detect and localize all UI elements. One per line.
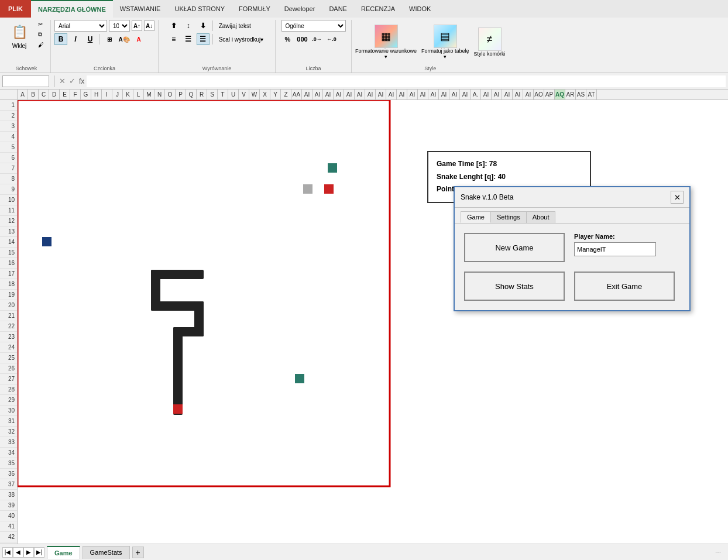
sheet-tabs-right: ⋯ — [710, 549, 726, 555]
col-header-ai: AI — [355, 90, 365, 99]
tab-deweloper[interactable]: Deweloper — [277, 0, 322, 18]
center-align-button[interactable]: ☰ — [182, 33, 195, 45]
snake-length-value: 40 — [498, 173, 506, 181]
row-num-34: 34 — [0, 448, 17, 458]
tab-uklad[interactable]: UKŁAD STRONY — [167, 0, 232, 18]
font-decrease-button[interactable]: A↓ — [144, 20, 154, 31]
increase-decimal-button[interactable]: .0→ — [311, 33, 324, 45]
bold-button[interactable]: B — [54, 33, 67, 45]
copy-button[interactable]: ⧉ — [35, 30, 47, 39]
col-header-a: A — [18, 90, 28, 99]
format-painter-button[interactable]: 🖌 — [35, 40, 47, 49]
col-header-ao: AO — [534, 90, 544, 99]
col-header-aq: AQ — [555, 90, 565, 99]
next-sheet-button[interactable]: ▶ — [23, 547, 34, 558]
dialog-tab-about[interactable]: About — [526, 211, 556, 223]
col-header-ai: AI — [334, 90, 344, 99]
player-name-input[interactable] — [574, 242, 656, 256]
row-num-14: 14 — [0, 237, 17, 248]
wrap-text-button[interactable]: Zawijaj tekst — [216, 22, 254, 30]
formula-input[interactable] — [87, 75, 726, 87]
italic-button[interactable]: I — [69, 33, 82, 45]
last-sheet-button[interactable]: ▶| — [34, 547, 44, 558]
dialog-close-button[interactable]: ✕ — [671, 191, 684, 204]
bottom-align-button[interactable]: ⬇ — [197, 20, 210, 32]
add-sheet-button[interactable]: + — [132, 547, 144, 558]
cell-styles-icon[interactable]: ≠ — [478, 28, 502, 51]
col-header-i: I — [102, 90, 112, 99]
name-box[interactable] — [2, 75, 49, 87]
paste-icon: 📋 — [10, 23, 29, 42]
group-wyrownanie: ⬆ ↕ ⬇ Zawijaj tekst ≡ ☰ ☰ Scal i wyśrodk… — [159, 20, 276, 73]
row-num-11: 11 — [0, 205, 17, 216]
game-time-row: Game Time [s]: 78 — [437, 158, 582, 171]
col-headers: ABCDEFGHIJKLMNOPQRSTUVWXYZAAAIAIAIAIAIAI… — [0, 90, 728, 100]
col-header-l: L — [133, 90, 144, 99]
dialog-tab-settings[interactable]: Settings — [490, 211, 527, 223]
decrease-decimal-button[interactable]: ←.0 — [325, 33, 338, 45]
insert-function-icon[interactable]: fx — [79, 77, 84, 85]
group-style: ▦ Formatowanie warunkowe ▾ ▤ Formatuj ja… — [352, 20, 509, 73]
row-num-31: 31 — [0, 416, 17, 427]
row-num-25: 25 — [0, 353, 17, 363]
sheet-tab-gamestats[interactable]: GameStats — [83, 546, 130, 559]
col-header-a.: A. — [471, 90, 481, 99]
exit-game-button[interactable]: Exit Game — [574, 272, 675, 301]
first-sheet-button[interactable]: |◀ — [2, 547, 13, 558]
sheet-tab-game[interactable]: Game — [47, 546, 80, 559]
merge-center-button[interactable]: Scal i wyśrodkuj ▾ — [216, 35, 267, 44]
top-align-button[interactable]: ⬆ — [167, 20, 180, 32]
wklej-button[interactable]: 📋 Wklej — [6, 20, 33, 52]
confirm-formula-icon[interactable]: ✓ — [69, 77, 75, 85]
font-increase-button[interactable]: A↑ — [132, 20, 142, 31]
tab-recenzja[interactable]: RECENZJA — [354, 0, 402, 18]
tab-widok[interactable]: WIDOK — [402, 0, 438, 18]
dialog-row1: New Game Player Name: — [464, 233, 680, 262]
new-game-button[interactable]: New Game — [464, 233, 565, 262]
grid-main[interactable] — [18, 100, 728, 544]
group-liczba: Ogólne % 000 .0→ ←.0 Liczba — [276, 20, 352, 73]
col-header-q: Q — [186, 90, 197, 99]
col-header-ai: AI — [502, 90, 513, 99]
tab-narzedzia[interactable]: NARZĘDZIA GŁÓWNE — [31, 0, 113, 18]
col-header-f: F — [70, 90, 81, 99]
show-stats-button[interactable]: Show Stats — [464, 272, 565, 301]
cancel-formula-icon[interactable]: ✕ — [59, 77, 66, 85]
tab-dane[interactable]: DANE — [322, 0, 354, 18]
format-table-icon[interactable]: ▤ — [434, 25, 457, 48]
row-num-42: 42 — [0, 532, 17, 542]
cut-button[interactable]: ✂ — [35, 20, 47, 29]
font-name-select[interactable]: Arial — [54, 20, 107, 32]
col-header-ai: AI — [313, 90, 323, 99]
dialog-row2: Show Stats Exit Game — [464, 272, 680, 301]
font-row2: B I U ⊞ A🎨 A — [54, 33, 145, 45]
font-size-select[interactable]: 10 — [109, 20, 130, 32]
middle-align-button[interactable]: ↕ — [182, 20, 195, 32]
tab-wstawianie[interactable]: WSTAWIANIE — [113, 0, 168, 18]
number-format-select[interactable]: Ogólne — [281, 20, 346, 32]
tab-plik[interactable]: PLIK — [0, 0, 31, 18]
left-align-button[interactable]: ≡ — [167, 33, 180, 45]
col-header-c: C — [39, 90, 49, 99]
tab-formuly[interactable]: FORMUŁY — [232, 0, 277, 18]
underline-button[interactable]: U — [84, 33, 97, 45]
dialog-tab-game[interactable]: Game — [461, 211, 491, 223]
liczba-label: Liczba — [305, 64, 321, 73]
style-label: Style — [424, 64, 436, 73]
right-align-button[interactable]: ☰ — [197, 33, 210, 45]
border-button[interactable]: ⊞ — [103, 33, 116, 45]
svg-rect-6 — [173, 327, 183, 415]
col-header-ai: AI — [428, 90, 439, 99]
grid-container: 1234567891011121314151617181920212223242… — [0, 100, 728, 544]
snake-dialog: Snake v.1.0 Beta ✕ Game Settings About N… — [454, 186, 691, 311]
row-num-27: 27 — [0, 374, 17, 384]
font-color-button[interactable]: A — [132, 33, 145, 45]
thousands-button[interactable]: 000 — [296, 33, 309, 45]
col-header-ap: AP — [544, 90, 555, 99]
prev-sheet-button[interactable]: ◀ — [13, 547, 23, 558]
conditional-format-icon[interactable]: ▦ — [375, 25, 398, 48]
game-time-label: Game Time [s]: — [437, 160, 487, 168]
fill-color-button[interactable]: A🎨 — [118, 33, 131, 45]
percent-button[interactable]: % — [281, 33, 294, 45]
align-row2: ≡ ☰ ☰ Scal i wyśrodkuj ▾ — [167, 33, 267, 45]
